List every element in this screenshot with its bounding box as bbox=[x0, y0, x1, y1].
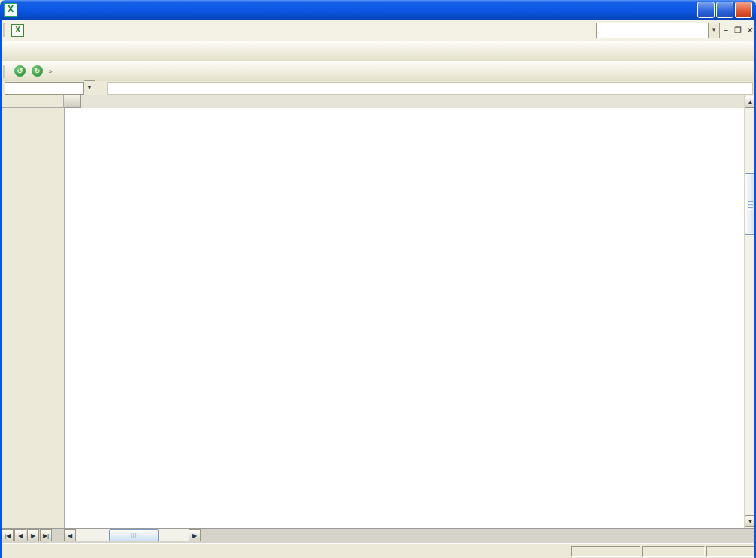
standard-toolbar bbox=[0, 41, 756, 61]
status-panel bbox=[706, 546, 754, 557]
toolbar-grip[interactable] bbox=[3, 23, 8, 37]
next-sheet-icon[interactable]: ▶ bbox=[27, 529, 39, 541]
sheet-grid bbox=[0, 108, 756, 528]
navigation-toolbar: ↺ ↻ » bbox=[0, 61, 756, 81]
workbook-icon[interactable]: X bbox=[11, 24, 24, 37]
minimize-button[interactable] bbox=[697, 2, 715, 18]
menu-bar: X ▼ − ❐ ✕ bbox=[0, 20, 756, 41]
window-minimize-icon[interactable]: − bbox=[720, 26, 732, 35]
scroll-right-icon[interactable]: ▶ bbox=[189, 529, 201, 541]
question-input[interactable] bbox=[596, 23, 709, 38]
status-panel bbox=[571, 546, 640, 557]
status-bar bbox=[0, 543, 756, 558]
excel-app-icon: X bbox=[4, 3, 17, 17]
window-restore-icon[interactable]: ❐ bbox=[732, 26, 744, 35]
last-sheet-icon[interactable]: ▶| bbox=[40, 529, 52, 541]
horizontal-scroll-thumb[interactable]: ||| bbox=[109, 529, 159, 541]
outline-pane bbox=[0, 108, 65, 528]
navigate-forward-icon[interactable]: ↻ bbox=[29, 63, 45, 79]
toolbar-grip[interactable] bbox=[3, 65, 8, 78]
restore-button[interactable] bbox=[716, 2, 733, 18]
outline-level-buttons bbox=[0, 95, 64, 108]
window-edge-left bbox=[0, 20, 2, 558]
prev-sheet-icon[interactable]: ◀ bbox=[14, 529, 26, 541]
question-dropdown-icon[interactable]: ▼ bbox=[709, 23, 720, 38]
column-headers bbox=[0, 95, 756, 108]
name-box-dropdown-icon[interactable]: ▼ bbox=[84, 80, 95, 96]
title-bar: X bbox=[0, 0, 756, 20]
sheet-tab-bar: |◀ ◀ ▶ ▶| ◀ ||| ▶ bbox=[0, 528, 756, 544]
horizontal-scrollbar[interactable]: ◀ ||| ▶ bbox=[64, 529, 201, 541]
navigate-back-icon[interactable]: ↺ bbox=[12, 63, 28, 79]
close-button[interactable] bbox=[735, 2, 752, 18]
scroll-left-icon[interactable]: ◀ bbox=[64, 529, 76, 541]
select-all-corner[interactable] bbox=[64, 95, 81, 108]
status-mode-indicator bbox=[642, 546, 705, 557]
toolbar-options-icon[interactable]: » bbox=[46, 63, 55, 80]
formula-input[interactable] bbox=[107, 82, 753, 95]
name-box[interactable] bbox=[5, 82, 84, 95]
first-sheet-icon[interactable]: |◀ bbox=[2, 529, 14, 541]
formula-bar: ▼ bbox=[0, 81, 756, 96]
